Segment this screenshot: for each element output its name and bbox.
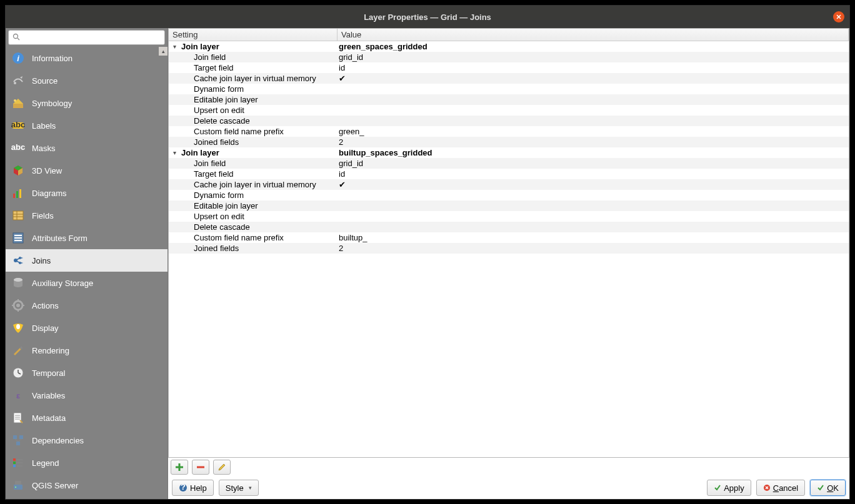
tree-body: ▾Join layergreen_spaces_griddedJoin fiel… [169,41,849,254]
close-icon [836,14,841,19]
main-panel: Setting Value ▾Join layergreen_spaces_gr… [168,28,849,499]
ok-button[interactable]: OK [810,480,846,496]
join-property-row[interactable]: Upsert on edit [169,211,849,222]
join-property-row[interactable]: Dynamic form [169,84,849,94]
collapse-toggle[interactable]: ▾ [171,43,178,50]
auxiliary-icon [11,275,26,290]
sidebar-item-legend[interactable]: Legend [6,452,168,474]
sidebar-item-masks[interactable]: abcMasks [6,137,168,159]
sidebar-item-temporal[interactable]: Temporal [6,362,168,384]
join-property-row[interactable]: Joined fields2 [169,137,849,147]
sidebar-item-auxiliary[interactable]: Auxiliary Storage [6,272,168,294]
property-value: green_ [338,127,849,136]
collapse-toggle[interactable]: ▾ [171,149,178,156]
property-label: Join field [169,159,226,168]
sidebar-item-dependencies[interactable]: Dependencies [6,429,168,452]
close-button[interactable] [833,11,844,22]
sidebar-item-display[interactable]: Display [6,317,168,339]
property-label: Joined fields [169,137,239,147]
dialog-buttons: ? Help Style ▾ Apply Cancel [168,477,849,499]
sidebar-item-actions[interactable]: Actions [6,294,168,317]
property-value: id [338,169,849,179]
column-value[interactable]: Value [338,29,849,41]
join-header-label: Join layer [178,148,219,157]
join-property-row[interactable]: Join fieldgrid_id [169,52,849,62]
sidebar-item-diagrams[interactable]: Diagrams [6,182,168,204]
svg-rect-21 [14,240,22,241]
join-header-label: Join layer [178,42,219,51]
metadata-icon [11,410,26,425]
svg-rect-60 [176,467,183,468]
property-label: Editable join layer [169,95,258,104]
sidebar-item-rendering[interactable]: Rendering [6,339,168,362]
join-toolbar [168,458,849,477]
join-property-row[interactable]: Target fieldid [169,169,849,179]
apply-label: Apply [724,483,744,493]
sidebar-item-label: Labels [32,121,56,131]
variables-icon: ε [11,388,26,403]
sidebar-item-information[interactable]: iInformation [6,47,168,69]
join-property-row[interactable]: Dynamic form [169,190,849,200]
sidebar-item-symbology[interactable]: Symbology [6,92,168,114]
join-property-row[interactable]: Cache join layer in virtual memory✔ [169,179,849,190]
svg-rect-57 [15,481,21,485]
svg-rect-52 [13,465,16,467]
join-property-row[interactable]: Custom field name prefixgreen_ [169,126,849,137]
property-label: Target field [169,63,234,72]
join-property-row[interactable]: Target fieldid [169,62,849,73]
svg-point-0 [14,34,18,38]
property-value: id [338,63,849,72]
svg-line-1 [18,38,19,40]
remove-join-button[interactable] [192,460,209,475]
sidebar-item-metadata[interactable]: Metadata [6,407,168,429]
dialog-window: Layer Properties — Grid — Joins ▴ iInfor… [5,5,850,500]
sidebar-item-source[interactable]: Source [6,69,168,92]
join-property-row[interactable]: Joined fields2 [169,243,849,254]
join-header-row[interactable]: ▾Join layergreen_spaces_gridded [169,41,849,52]
property-label: Upsert on edit [169,212,244,221]
information-icon: i [11,51,26,66]
sidebar-nav[interactable]: ▴ iInformationSourceSymbologyabcLabelsab… [6,47,168,499]
add-join-button[interactable] [171,460,188,475]
join-property-row[interactable]: Upsert on edit [169,105,849,116]
style-button[interactable]: Style ▾ [219,480,259,496]
search-box[interactable] [8,30,165,45]
svg-point-28 [14,278,22,282]
actions-icon [11,298,26,313]
minus-icon [196,463,205,472]
property-label: Cache join layer in virtual memory [169,74,316,83]
edit-join-button[interactable] [213,460,231,475]
join-property-row[interactable]: Editable join layer [169,200,849,211]
sidebar-item-joins[interactable]: Joins [6,249,168,272]
sidebar-item-variables[interactable]: εVariables [6,384,168,407]
join-property-row[interactable]: Editable join layer [169,94,849,105]
join-property-row[interactable]: Delete cascade [169,222,849,232]
sidebar-item-attributesform[interactable]: Attributes Form [6,227,168,249]
apply-button[interactable]: Apply [707,480,751,496]
column-setting[interactable]: Setting [169,29,338,41]
help-button[interactable]: ? Help [172,480,214,496]
sidebar-item-3dview[interactable]: 3D View [6,159,168,182]
sidebar-item-qgisserver[interactable]: QGIS Server [6,474,168,497]
sidebar-item-fields[interactable]: Fields [6,204,168,227]
svg-rect-45 [13,435,17,439]
join-header-row[interactable]: ▾Join layerbuiltup_spaces_gridded [169,147,849,158]
diagrams-icon [11,185,26,200]
join-property-row[interactable]: Custom field name prefixbuiltup_ [169,232,849,243]
rendering-icon [11,343,26,358]
property-label: Dynamic form [169,190,244,200]
join-property-row[interactable]: Delete cascade [169,116,849,126]
join-property-row[interactable]: Cache join layer in virtual memory✔ [169,73,849,84]
joins-tree[interactable]: Setting Value ▾Join layergreen_spaces_gr… [168,28,849,458]
cancel-button[interactable]: Cancel [756,480,805,496]
search-input[interactable] [22,33,161,42]
property-label: Upsert on edit [169,106,244,115]
fields-icon [11,208,26,223]
cancel-label: Cancel [773,483,798,493]
join-property-row[interactable]: Join fieldgrid_id [169,158,849,169]
sidebar-item-labels[interactable]: abcLabels [6,114,168,137]
titlebar: Layer Properties — Grid — Joins [6,6,849,28]
sidebar-item-label: Auxiliary Storage [32,279,93,288]
chevron-down-icon: ▾ [249,485,252,491]
nav-scroll-up[interactable]: ▴ [159,47,168,56]
